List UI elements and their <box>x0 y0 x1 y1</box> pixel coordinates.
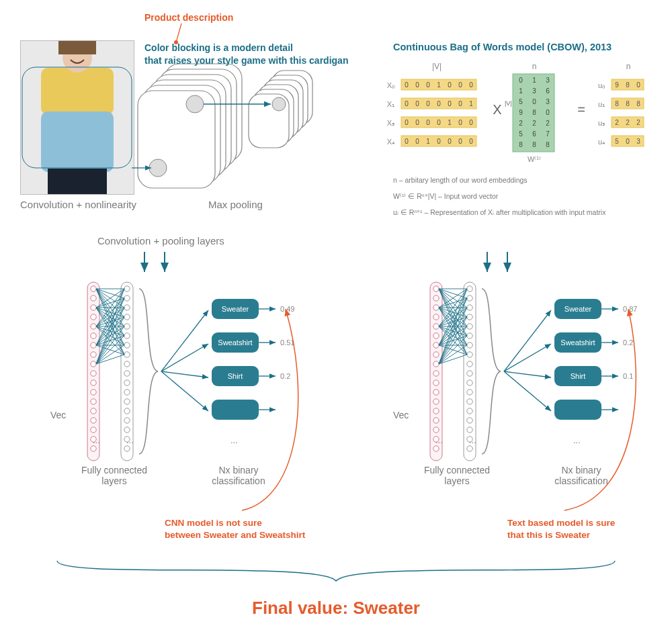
svg-point-222 <box>433 343 439 348</box>
svg-text:1: 1 <box>426 138 430 145</box>
svg-point-149 <box>124 418 130 423</box>
svg-point-230 <box>433 418 439 423</box>
svg-text:2: 2 <box>636 119 640 126</box>
svg-point-218 <box>433 305 439 310</box>
svg-text:1: 1 <box>448 119 452 126</box>
svg-text:0: 0 <box>519 77 523 84</box>
svg-point-141 <box>124 343 130 348</box>
svg-text:...: ... <box>93 435 100 445</box>
svg-point-134 <box>91 446 96 451</box>
svg-text:2: 2 <box>519 120 523 127</box>
svg-text:X: X <box>493 102 501 117</box>
svg-text:0: 0 <box>426 81 430 89</box>
svg-text:1: 1 <box>532 77 536 84</box>
svg-text:2: 2 <box>626 119 630 126</box>
svg-point-143 <box>124 361 130 367</box>
svg-text:0: 0 <box>469 81 473 89</box>
svg-line-277 <box>439 298 467 345</box>
svg-text:8: 8 <box>636 100 640 107</box>
svg-text:...: ... <box>469 435 476 445</box>
cbow-caption-1: n – arbitary length of our word embeddin… <box>393 176 528 184</box>
svg-text:8: 8 <box>546 141 550 148</box>
svg-text:8: 8 <box>532 141 536 148</box>
text-note-2: that this is Sweater <box>507 530 590 540</box>
cbow-caption-2: W⁽¹⁾ ∈ Rⁿˣ|V| – Input word vector <box>393 192 498 200</box>
svg-point-228 <box>433 399 439 404</box>
svg-text:3: 3 <box>546 98 550 105</box>
svg-text:X₃: X₃ <box>387 119 394 127</box>
svg-point-124 <box>91 352 96 357</box>
svg-point-245 <box>467 390 472 395</box>
svg-text:7: 7 <box>546 130 550 138</box>
svg-text:0: 0 <box>458 100 462 107</box>
svg-point-120 <box>91 314 96 320</box>
svg-point-234 <box>467 286 472 291</box>
svg-point-243 <box>467 371 472 376</box>
svg-point-231 <box>433 427 439 433</box>
svg-point-247 <box>467 408 472 414</box>
svg-point-237 <box>467 314 472 320</box>
svg-text:0: 0 <box>458 119 462 126</box>
svg-point-144 <box>124 371 130 376</box>
cnn-note-2: between Sweater and Sweatshirt <box>165 530 305 540</box>
svg-point-241 <box>467 352 472 357</box>
svg-line-286 <box>439 308 467 364</box>
final-value: Final value: Sweater <box>0 598 672 619</box>
text-note-1: Text based model is sure <box>507 518 615 528</box>
svg-text:0: 0 <box>415 119 419 126</box>
svg-point-146 <box>124 390 130 395</box>
cnn-note-arrow <box>202 302 316 524</box>
svg-point-139 <box>124 324 130 329</box>
desc-line-1: Color blocking is a modern detail <box>144 42 293 53</box>
svg-point-239 <box>467 333 472 338</box>
svg-text:0: 0 <box>437 100 441 107</box>
svg-text:0: 0 <box>448 138 452 145</box>
svg-point-117 <box>91 286 96 291</box>
svg-point-119 <box>91 305 96 310</box>
svg-point-226 <box>433 380 439 385</box>
svg-text:0: 0 <box>458 138 462 145</box>
svg-text:u₁: u₁ <box>598 100 605 108</box>
svg-text:8: 8 <box>532 109 536 116</box>
svg-text:n: n <box>626 62 631 71</box>
svg-point-248 <box>467 418 472 423</box>
svg-text:0: 0 <box>532 98 536 105</box>
svg-point-20 <box>272 97 286 111</box>
pool-label: Max pooling <box>208 199 263 210</box>
svg-text:u₀: u₀ <box>598 81 605 89</box>
svg-point-123 <box>91 343 96 348</box>
svg-point-135 <box>124 286 130 291</box>
desc-line-2: that raises your style game with this ca… <box>144 55 348 66</box>
svg-point-220 <box>433 324 439 329</box>
svg-point-12 <box>186 95 204 113</box>
svg-text:1: 1 <box>437 81 441 89</box>
svg-text:0: 0 <box>405 119 409 126</box>
svg-point-125 <box>91 361 96 367</box>
svg-text:0: 0 <box>448 81 452 89</box>
svg-line-188 <box>96 317 124 364</box>
svg-point-118 <box>91 296 96 301</box>
down-arrows-left <box>138 252 178 279</box>
svg-text:...: ... <box>126 435 134 445</box>
svg-point-216 <box>433 286 439 291</box>
svg-text:0: 0 <box>405 138 409 145</box>
svg-text:8: 8 <box>615 100 619 107</box>
svg-point-126 <box>91 371 96 376</box>
svg-text:8: 8 <box>626 100 630 107</box>
svg-text:0: 0 <box>426 100 430 107</box>
svg-line-187 <box>96 308 124 364</box>
svg-point-136 <box>124 296 130 301</box>
fc-label-right: Fully connected layers <box>420 465 494 486</box>
svg-point-219 <box>433 314 439 320</box>
svg-point-229 <box>433 408 439 414</box>
svg-point-244 <box>467 380 472 385</box>
svg-point-235 <box>467 296 472 301</box>
svg-text:0: 0 <box>426 119 430 126</box>
svg-text:2: 2 <box>532 120 536 127</box>
svg-text:=: = <box>577 102 585 117</box>
svg-text:0: 0 <box>415 138 419 145</box>
text-note-arrow <box>544 302 659 524</box>
svg-text:|V|: |V| <box>505 100 512 107</box>
svg-text:0: 0 <box>636 81 640 89</box>
fc-label-left: Fully connected layers <box>77 465 151 486</box>
